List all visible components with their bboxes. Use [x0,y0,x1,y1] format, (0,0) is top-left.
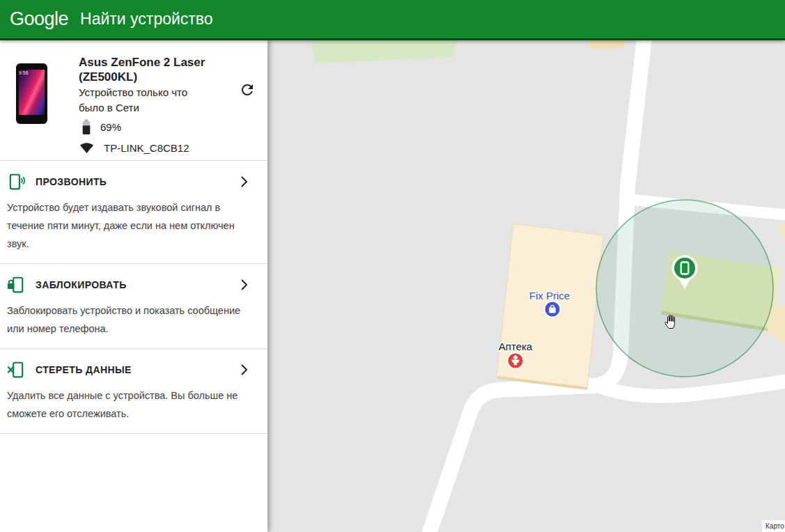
device-status: Устройство только что было в Сети [79,85,187,116]
map-canvas[interactable]: Fix Price Аптека [267,40,785,532]
refresh-icon [239,81,256,98]
map-attribution: Карто [762,520,785,532]
wifi-icon [79,141,95,154]
ring-action-button[interactable]: ПРОЗВОНИТЬ [7,171,258,192]
battery-icon [81,119,91,135]
battery-level: 69% [100,121,121,133]
device-photo-screen [19,70,45,115]
device-panel: 9:56 Asus ZenFone 2 Laser (ZE500KL) Устр… [0,40,267,532]
lock-action-label: ЗАБЛОКИРОВАТЬ [36,279,127,290]
phone-ring-icon [7,173,25,191]
ring-action-description: Устройство будет издавать звуковой сигна… [7,198,258,253]
refresh-button[interactable] [238,81,256,100]
action-section-erase: СТЕРЕТЬ ДАННЫЕ Удалить все данные с устр… [0,349,267,434]
page-title: Найти устройство [80,10,213,29]
device-photo: 9:56 [16,63,47,124]
poi-pharmacy-label: Аптека [499,341,533,352]
device-card: 9:56 Asus ZenFone 2 Laser (ZE500KL) Устр… [0,40,267,161]
phone-lock-icon [7,276,25,294]
chevron-right-icon [241,364,248,375]
google-logo: Google [10,8,68,30]
marker-phone-icon [674,258,695,279]
app-header: Google Найти устройство [0,0,785,40]
map-attribution-text: Карто [765,522,784,530]
ring-action-label: ПРОЗВОНИТЬ [36,176,107,187]
device-name: Asus ZenFone 2 Laser (ZE500KL) [79,55,205,84]
action-section-lock: ЗАБЛОКИРОВАТЬ Заблокировать устройство и… [0,264,267,349]
erase-action-description: Удалить все данные с устройства. Вы боль… [7,386,258,423]
phone-erase-icon [7,361,25,379]
lock-action-button[interactable]: ЗАБЛОКИРОВАТЬ [7,274,258,295]
find-my-device-app: Google Найти устройство 9:56 Asus ZenFon… [0,0,785,532]
poi-fixprice-label: Fix Price [529,290,570,302]
action-section-ring: ПРОЗВОНИТЬ Устройство будет издавать зву… [0,161,267,264]
lock-action-description: Заблокировать устройство и показать сооб… [7,302,258,338]
erase-action-label: СТЕРЕТЬ ДАННЫЕ [36,364,132,375]
chevron-right-icon [241,176,248,187]
wifi-network-name: TP-LINK_C8CB12 [104,142,189,154]
device-photo-clock: 9:56 [19,70,29,75]
battery-row: 69% [81,119,121,135]
wifi-row: TP-LINK_C8CB12 [79,141,189,154]
erase-action-button[interactable]: СТЕРЕТЬ ДАННЫЕ [7,359,258,380]
chevron-right-icon [241,279,248,290]
